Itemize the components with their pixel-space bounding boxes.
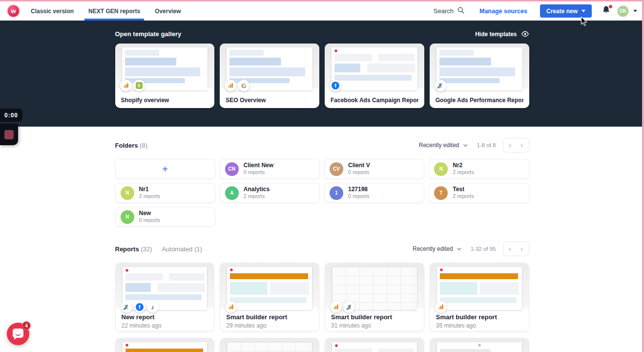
top-navbar: w Classic version NEXT GEN reports Overv… — [0, 1, 644, 21]
tab-automated[interactable]: Automated (1) — [162, 245, 202, 253]
reports-sort-label: Recently edited — [413, 245, 453, 252]
report-card-smart-builder-31[interactable]: Smart builder report 31 minutes ago — [325, 263, 424, 331]
hide-templates-button[interactable]: Hide templates — [475, 30, 529, 38]
folders-grid: + CN Client New 0 reports CV Client V 0 … — [115, 159, 529, 227]
google-analytics-icon — [330, 301, 342, 313]
google-analytics-icon — [225, 301, 237, 313]
folders-range-label: 1-8 of 8 — [477, 142, 496, 148]
folder-report-count: 2 reports — [453, 193, 474, 200]
folder-avatar: CV — [330, 162, 343, 176]
template-gallery-title[interactable]: Open template gallery — [115, 30, 182, 38]
folders-prev-page-button[interactable]: ‹ — [504, 138, 516, 152]
reports-next-page-button[interactable]: › — [516, 242, 528, 256]
manage-sources-link[interactable]: Manage sources — [479, 1, 527, 21]
folders-sort-dropdown[interactable]: Recently edited — [419, 142, 466, 149]
reports-grid-partial-row — [115, 338, 529, 352]
recording-frame-top — [0, 0, 644, 1]
eye-icon — [521, 30, 529, 38]
folder-name: Analytics — [244, 186, 270, 193]
folder-name: Test — [453, 186, 474, 193]
shopify-icon: S — [133, 80, 145, 91]
folders-next-page-button[interactable]: › — [516, 138, 528, 152]
folder-report-count: 0 reports — [139, 217, 160, 224]
recorder-stop-button[interactable] — [0, 124, 18, 145]
folder-card-client-v[interactable]: CV Client V 0 reports — [324, 159, 424, 179]
create-new-label: Create new — [546, 8, 578, 15]
facebook-icon: f — [330, 80, 341, 91]
folder-report-count: 2 reports — [139, 193, 160, 200]
nav-item-classic-version[interactable]: Classic version — [27, 1, 78, 21]
plus-icon: + — [162, 164, 168, 174]
chevron-down-icon — [463, 142, 467, 146]
template-name: Shopify overview — [121, 97, 169, 104]
chevron-down-icon — [582, 10, 585, 12]
template-name: SEO Overview — [226, 97, 266, 104]
folder-name: Client New — [244, 162, 273, 169]
folder-avatar: CN — [225, 162, 239, 176]
report-card-smart-builder-35[interactable]: Smart builder report 35 minutes ago — [430, 263, 529, 331]
report-timestamp: 31 minutes ago — [331, 322, 371, 329]
reports-prev-page-button[interactable]: ‹ — [504, 242, 516, 256]
template-card-facebook-ads[interactable]: f Facebook Ads Campaign Report — [325, 44, 424, 108]
notification-dot — [609, 5, 612, 8]
report-name: Smart builder report — [436, 313, 497, 321]
report-card-new-report[interactable]: f ♪ New report 22 minutes ago — [115, 263, 215, 331]
account-menu-chevron-icon[interactable] — [633, 10, 637, 12]
reports-sort-dropdown[interactable]: Recently edited — [413, 245, 460, 252]
stop-icon — [4, 130, 14, 139]
folder-report-count: 0 reports — [348, 193, 369, 200]
report-timestamp: 35 minutes ago — [436, 322, 476, 329]
folder-card-127198[interactable]: 1 127198 0 reports — [324, 183, 424, 203]
recording-frame-right — [642, 0, 644, 352]
reports-tab-label: Reports — [115, 245, 139, 253]
nav-item-next-gen-reports[interactable]: NEXT GEN reports — [84, 1, 144, 21]
report-preview — [325, 338, 424, 352]
user-avatar[interactable]: DK — [617, 5, 629, 18]
report-card-partial[interactable] — [115, 338, 215, 352]
report-timestamp: 22 minutes ago — [122, 322, 162, 329]
folder-card-test[interactable]: T Test 2 reports — [429, 183, 529, 203]
folder-card-new[interactable]: N New 0 reports — [115, 207, 215, 227]
chat-widget-button[interactable]: 4 — [7, 323, 29, 345]
folder-card-analytics[interactable]: A Analytics 2 reports — [220, 183, 320, 203]
main-content: Folders (8) Recently edited 1-8 of 8 ‹ ›… — [0, 127, 644, 352]
folder-avatar: T — [434, 186, 448, 200]
report-card-partial[interactable] — [220, 338, 319, 352]
google-ads-icon — [343, 301, 355, 313]
notifications-button[interactable] — [602, 5, 611, 17]
folders-sort-label: Recently edited — [419, 142, 459, 149]
folder-name: Client V — [348, 162, 370, 169]
template-card-seo-overview[interactable]: G SEO Overview — [220, 44, 319, 108]
google-analytics-icon — [225, 80, 236, 91]
folder-card-client-new[interactable]: CN Client New 0 reports — [220, 159, 320, 179]
google-ads-icon — [435, 80, 446, 91]
report-card-partial[interactable] — [430, 338, 529, 352]
folder-name: Nr1 — [139, 186, 160, 193]
folder-card-nr2[interactable]: N Nr2 2 reports — [429, 159, 529, 179]
folder-name: New — [139, 210, 160, 217]
search-icon — [457, 6, 465, 16]
search-label: Search — [434, 7, 454, 15]
folder-avatar: N — [121, 210, 134, 224]
report-name: Smart builder report — [226, 313, 287, 321]
folder-report-count: 2 reports — [244, 193, 270, 200]
automated-tab-label: Automated — [162, 245, 192, 253]
report-card-partial[interactable] — [325, 338, 424, 352]
reports-range-label: 1-32 of 95 — [471, 246, 496, 252]
report-name: Smart builder report — [331, 313, 392, 321]
report-card-smart-builder-29[interactable]: Smart builder report 29 minutes ago — [220, 263, 319, 331]
report-preview — [220, 338, 319, 352]
chevron-down-icon — [457, 246, 461, 250]
nav-item-overview[interactable]: Overview — [151, 1, 185, 21]
template-card-google-ads[interactable]: Google Ads Performance Report — [430, 44, 529, 108]
search-button[interactable]: Search — [434, 1, 465, 21]
folder-card-nr1[interactable]: N Nr1 2 reports — [115, 183, 215, 203]
facebook-icon: f — [134, 301, 145, 313]
tab-reports[interactable]: Reports (32) — [115, 245, 152, 253]
google-icon: G — [238, 80, 249, 91]
report-preview — [430, 338, 529, 352]
add-folder-button[interactable]: + — [115, 159, 215, 179]
create-new-button[interactable]: Create new — [540, 4, 592, 18]
app-logo[interactable]: w — [7, 4, 20, 18]
template-card-shopify-overview[interactable]: S Shopify overview — [115, 44, 215, 108]
